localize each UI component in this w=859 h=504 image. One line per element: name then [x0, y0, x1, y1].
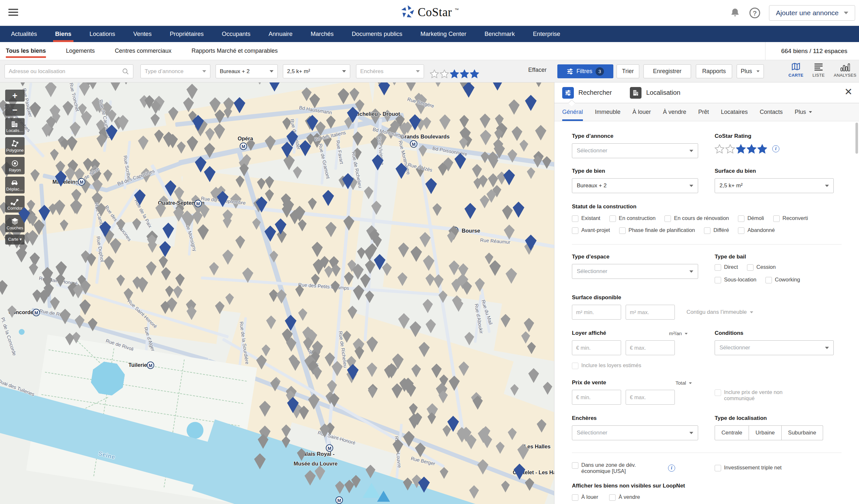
map-marker[interactable]	[365, 260, 375, 274]
map-marker[interactable]	[510, 384, 519, 396]
construction-checkbox[interactable]: Existant	[572, 215, 600, 222]
map-marker[interactable]	[293, 166, 302, 179]
panel-subtab-3[interactable]: À louer	[632, 103, 651, 121]
m2-max-input[interactable]	[626, 305, 675, 320]
map-marker-blue[interactable]	[372, 154, 383, 170]
polygone-button[interactable]: Polygone	[5, 137, 25, 155]
map-marker[interactable]	[543, 382, 553, 395]
type-bien-select[interactable]: Bureaux + 2	[215, 64, 278, 78]
type-espace-select[interactable]: Sélectionner	[572, 264, 698, 279]
prix-max-input[interactable]	[626, 390, 675, 405]
loyer-unit-dropdown[interactable]: m²/an	[669, 331, 688, 336]
plus-button[interactable]: Plus	[737, 64, 764, 78]
rapports-button[interactable]: Rapports	[696, 64, 732, 78]
map-marker[interactable]	[151, 113, 160, 126]
view-toggle-carte[interactable]: CARTE	[788, 62, 803, 78]
map-marker[interactable]	[45, 82, 57, 97]
triple-net-checkbox[interactable]: Investissement triple net	[715, 464, 835, 471]
panel-subtab-6[interactable]: Locataires	[721, 103, 748, 121]
subnav-item-3[interactable]: Centres commerciaux	[115, 42, 171, 60]
encheres-panel-select[interactable]: Sélectionner	[572, 425, 698, 440]
carte-button[interactable]: Carte ▾	[5, 234, 25, 245]
zone-dev-checkbox[interactable]: Dans une zone de dév. économique [USA]	[572, 462, 654, 474]
info-icon[interactable]: i	[772, 145, 779, 152]
prix-unit-dropdown[interactable]: Total	[676, 380, 692, 386]
loopnet-checkbox[interactable]: À louer	[572, 494, 598, 501]
panel-subtab-7[interactable]: Contacts	[760, 103, 783, 121]
subnav-item-1[interactable]: Tous les biens	[6, 42, 46, 60]
surface-select[interactable]: 2,5 k+ m²	[283, 64, 350, 78]
notifications-bell-icon[interactable]	[729, 7, 740, 19]
search-input[interactable]	[9, 68, 122, 75]
panel-subtab-4[interactable]: À vendre	[663, 103, 686, 121]
view-toggle-analyses[interactable]: ANALYSES	[834, 62, 856, 78]
bail-checkbox[interactable]: Sous-location	[715, 277, 756, 284]
tab-localisation[interactable]: Localisation	[630, 87, 680, 99]
panel-subtab-5[interactable]: Prêt	[698, 103, 709, 121]
nav-item-propri-taires[interactable]: Propriétaires	[161, 26, 213, 42]
subnav-item-4[interactable]: Rapports Marché et comparables	[192, 42, 278, 60]
type-annonce-panel-select[interactable]: Sélectionner	[572, 143, 698, 158]
nav-item-ventes[interactable]: Ventes	[124, 26, 161, 42]
map-marker[interactable]	[426, 319, 436, 333]
conditions-select[interactable]: Sélectionner	[715, 340, 834, 355]
nav-item-documents-publics[interactable]: Documents publics	[343, 26, 411, 42]
map-marker[interactable]	[62, 101, 73, 116]
construction-checkbox[interactable]: En cours de rénovation	[664, 215, 729, 222]
type-bien-panel-select[interactable]: Bureaux + 2	[572, 178, 698, 193]
inclure-prix-checkbox[interactable]: Inclure prix de vente non communiqué	[715, 389, 802, 401]
enregistrer-button[interactable]: Enregistrer	[644, 64, 691, 78]
loopnet-checkbox[interactable]: À vendre	[609, 494, 640, 501]
inclure-loyers-checkbox[interactable]: Inclure les loyers estimés	[572, 362, 835, 369]
map-marker[interactable]	[120, 82, 132, 85]
localisation-option-suburbaine[interactable]: Suburbaine	[782, 425, 823, 440]
bail-checkbox[interactable]: Cession	[747, 264, 776, 271]
scrollbar-thumb[interactable]	[856, 123, 858, 154]
map-marker[interactable]	[186, 84, 198, 99]
map-marker-blue[interactable]	[269, 82, 280, 92]
construction-checkbox[interactable]: Phase finale de planification	[619, 227, 695, 234]
map-marker[interactable]	[528, 368, 539, 383]
construction-checkbox[interactable]: En construction	[609, 215, 656, 222]
subnav-item-2[interactable]: Logements	[66, 42, 95, 60]
type-annonce-select[interactable]: Type d’annonce	[140, 64, 210, 78]
map-marker[interactable]	[70, 122, 80, 137]
nav-item-annuaire[interactable]: Annuaire	[260, 26, 302, 42]
construction-checkbox[interactable]: Avant-projet	[572, 227, 610, 234]
nav-item-actualit-s[interactable]: Actualités	[2, 26, 46, 42]
encheres-select[interactable]: Enchères	[356, 64, 424, 78]
map-marker[interactable]	[29, 263, 38, 276]
loyer-min-input[interactable]	[572, 340, 621, 355]
effacer-button[interactable]: Effacer	[528, 67, 547, 73]
tab-rechercher[interactable]: Rechercher	[562, 87, 612, 99]
rayon-button[interactable]: Rayon	[5, 157, 25, 174]
nav-item-enterprise[interactable]: Enterprise	[524, 26, 569, 42]
nav-item-biens[interactable]: Biens	[46, 26, 80, 42]
nav-item-benchmark[interactable]: Benchmark	[476, 26, 524, 42]
map-marker[interactable]	[7, 305, 16, 318]
map-marker[interactable]	[364, 186, 374, 199]
map-marker[interactable]	[255, 82, 264, 85]
add-listing-button[interactable]: Ajouter une annonce	[769, 5, 855, 21]
zoom-in-button[interactable]: +	[5, 90, 25, 102]
close-icon[interactable]: ✕	[844, 87, 853, 97]
map-marker[interactable]	[0, 280, 8, 295]
view-toggle-liste[interactable]: LISTE	[812, 62, 825, 78]
panel-subtab-2[interactable]: Immeuble	[595, 103, 620, 121]
map-marker[interactable]	[465, 332, 474, 346]
map-canvas[interactable]: MadeleineOpéraRichelieu - DrouotGrands B…	[0, 82, 554, 504]
prix-min-input[interactable]	[572, 390, 621, 405]
surface-bien-panel-select[interactable]: 2,5 k+ m²	[715, 178, 834, 193]
panel-subtab-1[interactable]: Général	[562, 103, 583, 121]
map-marker[interactable]	[110, 82, 121, 91]
map-marker[interactable]	[357, 247, 365, 259]
localiser-button[interactable]: Localis…	[5, 118, 25, 135]
info-icon[interactable]: i	[668, 464, 675, 472]
map-marker[interactable]	[50, 297, 60, 310]
map-marker[interactable]	[29, 102, 41, 118]
deplacement-button[interactable]: Déplac…	[5, 177, 25, 194]
construction-checkbox[interactable]: Différé	[704, 227, 729, 234]
trier-button[interactable]: Trier	[617, 64, 639, 78]
help-icon[interactable]: ?	[749, 7, 760, 19]
m2-min-input[interactable]	[572, 305, 621, 320]
